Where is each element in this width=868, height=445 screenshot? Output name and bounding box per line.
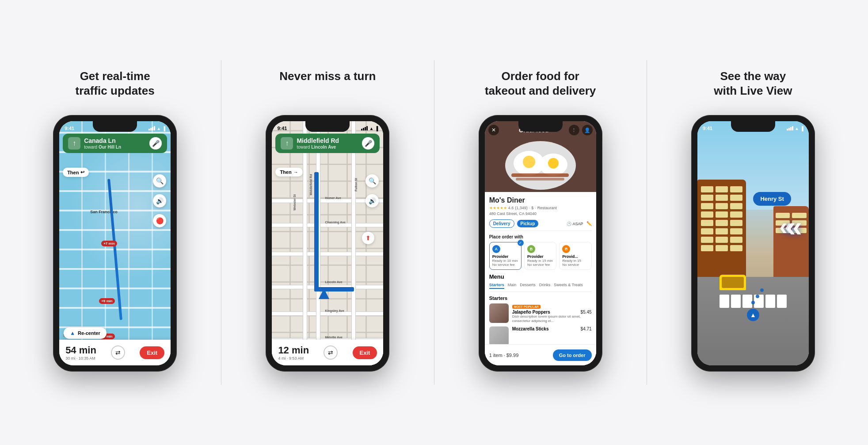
menu-item-jalapeno: MOST POPULAR Jalapeño Poppers $5.45 Dish… [489, 303, 592, 324]
provider-fee-a: No service fee [492, 263, 518, 267]
road-webster [303, 121, 307, 365]
food-header-icons: ⋮ 👤 [569, 125, 593, 135]
account-icon[interactable]: 👤 [582, 125, 593, 135]
provider-fee-c: No service [562, 263, 588, 267]
road-label-webster: Webster St [293, 194, 296, 210]
item-price-mozzarella: $4.71 [581, 326, 592, 331]
pickup-tab[interactable]: Pickup [517, 220, 539, 227]
item-name-mozzarella: Mozzarella Sticks [512, 326, 549, 331]
navigation-dot: ▲ [747, 309, 759, 321]
route-options-button-nav[interactable]: ⇄ [324, 345, 338, 360]
nav-text-navigation: Middlefield Rd toward Lincoln Ave [297, 137, 358, 150]
then-turn-navigation: Then → [275, 168, 302, 176]
phone-frame-navigation: Middlefield Rd Fulton St Webster St Home… [266, 115, 389, 372]
nav-direction-arrow: ↑ [68, 137, 80, 150]
wifi-icon-liveview: ▲ [795, 126, 799, 131]
provider-check-a: ✓ [518, 240, 524, 246]
dotted-path: ▲ [747, 288, 759, 321]
road-addison [272, 252, 383, 256]
mic-icon-traffic[interactable]: 🎤 [149, 137, 162, 150]
building-windows [701, 186, 742, 251]
status-time-liveview: 9:41 [703, 126, 712, 131]
status-time-nav: 9:41 [277, 126, 287, 131]
food-bottom-bar: 1 item · $9.99 Go to order [485, 344, 596, 365]
menu-item-info-mozzarella: Mozzarella Sticks $4.71 [512, 326, 592, 331]
eta-time-navigation: 12 min [278, 345, 309, 356]
edit-icon[interactable]: ✏️ [586, 221, 592, 226]
exit-button-nav[interactable]: Exit [353, 346, 377, 359]
menu-item-info-jalapeno: MOST POPULAR Jalapeño Poppers $5.45 Dish… [512, 303, 592, 324]
menu-tab-starters[interactable]: Starters [489, 283, 504, 289]
menu-item-img-mozzarella [489, 326, 509, 346]
menu-item-mozzarella: Mozzarella Sticks $4.71 [489, 326, 592, 346]
feature-card-traffic: Get real-timetraffic updates 9:41 [9, 60, 221, 385]
signal-icon-liveview [787, 126, 793, 130]
most-popular-badge: MOST POPULAR [512, 305, 541, 309]
nav-street-traffic: Canada Ln [84, 137, 146, 145]
menu-tab-drinks[interactable]: Drinks [539, 283, 551, 289]
provider-fee-b: No service fee [527, 263, 553, 267]
taxi [720, 275, 746, 290]
place-order-title: Place order with [489, 234, 592, 239]
wifi-icon-traffic: ▲ [156, 126, 161, 131]
mic-icon-nav[interactable]: 🎤 [362, 137, 374, 150]
item-desc-jalapeno: Dish description lorem ipsum dolor sit a… [512, 315, 592, 324]
go-to-order-button[interactable]: Go to order [553, 349, 592, 361]
recenter-label: Re-center [78, 330, 100, 336]
status-icons-traffic: ▲ ▐ [148, 126, 165, 131]
star-icons: ★★★★★ [489, 206, 507, 210]
more-options-icon[interactable]: ⋮ [569, 125, 579, 135]
nav-street-navigation: Middlefield Rd [297, 137, 358, 145]
price-level: $ [531, 206, 533, 210]
traffic-badge-1: +7 min [101, 241, 117, 246]
route-options-button[interactable]: ⇄ [111, 345, 125, 360]
price-separator: · [529, 206, 530, 210]
exit-button-traffic[interactable]: Exit [140, 346, 164, 359]
sound-button-traffic[interactable]: 🔊 [153, 194, 166, 207]
provider-card-a[interactable]: ✓ A Provider Ready in 10 min No service … [489, 242, 522, 270]
provider-name-a: Provider [492, 254, 518, 259]
clock-icon: 🕐 [567, 222, 571, 226]
close-button-food[interactable]: ✕ [488, 125, 499, 135]
starters-category: Starters [489, 295, 592, 301]
feature-card-food: Order food fortakeout and delivery [434, 60, 647, 385]
road-fulton [351, 121, 356, 365]
feature-card-liveview: See the waywith Live View 9:41 [647, 60, 859, 385]
building-left [697, 180, 746, 277]
provider-ready-a: Ready in 10 min [492, 259, 518, 263]
notch-food [518, 121, 563, 132]
provider-letter-b: B [527, 245, 535, 253]
provider-letter-a: A [492, 245, 500, 253]
route-vertical [314, 172, 319, 292]
feature-card-navigation: Never miss a turn Middlefi [221, 60, 434, 385]
delivery-tab[interactable]: Delivery [489, 219, 514, 228]
provider-name-c: Provid... [562, 254, 588, 259]
menu-tab-main[interactable]: Main [508, 283, 517, 289]
status-icons-nav: ▲ ▐ [361, 126, 378, 131]
status-time-traffic: 9:41 [65, 126, 74, 131]
food-content: Mo's Diner ★★★★★ 4.6 (1,349) · $ · Resta… [485, 192, 596, 365]
provider-card-c[interactable]: B Provid... Ready in 15 No service [559, 242, 591, 270]
rating-value: 4.6 [508, 206, 514, 210]
svg-rect-7 [516, 178, 564, 180]
nav-bar-traffic: ↑ Canada Ln toward Our Hill Ln 🎤 [63, 134, 167, 153]
navigation-arrow [319, 288, 329, 299]
menu-tab-sweets[interactable]: Sweets & Treats [554, 283, 583, 289]
menu-item-img-jalapeno [489, 303, 509, 323]
menu-tab-desserts[interactable]: Desserts [520, 283, 536, 289]
search-button-traffic[interactable]: 🔍 [153, 174, 166, 188]
review-count: (1,349) [515, 206, 528, 210]
battery-icon-nav: ▐ [375, 126, 378, 131]
order-type-bar: Delivery Pickup 🕐 ASAP ✏️ [489, 219, 592, 231]
nav-bar-navigation: ↑ Middlefield Rd toward Lincoln Ave 🎤 [275, 134, 380, 153]
ar-arrows: « « [779, 210, 802, 243]
nav-toward-navigation: toward Lincoln Ave [297, 145, 358, 150]
place-order-section: Place order with ✓ A Provider Ready in 1… [489, 234, 592, 270]
app-container: Get real-timetraffic updates 9:41 [9, 60, 859, 385]
signal-icon-nav [361, 126, 368, 130]
provider-card-b[interactable]: B Provider Ready in 15 min No service fe… [524, 242, 556, 270]
recenter-button[interactable]: ▲ Re-center [64, 327, 107, 339]
provider-name-b: Provider [527, 254, 553, 259]
compass-button-traffic[interactable]: 🔴 [153, 214, 166, 227]
traffic-badge-2: +9 min [99, 298, 115, 304]
